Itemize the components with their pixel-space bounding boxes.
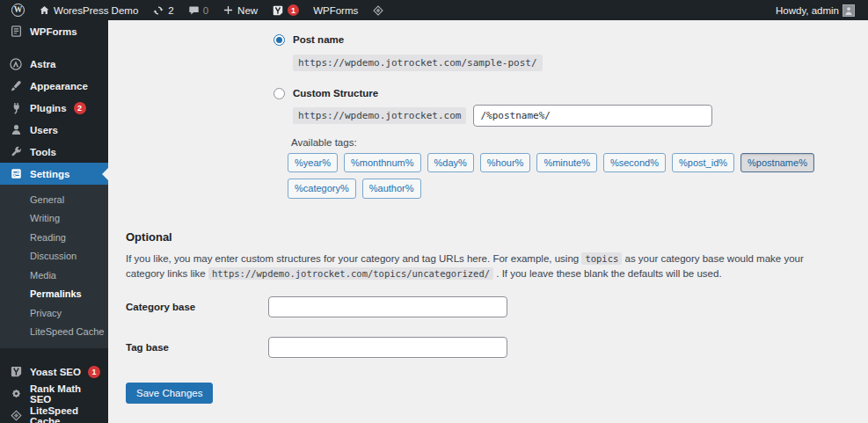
sidebar-item-plugins[interactable]: Plugins2 (0, 97, 108, 119)
tag-button-monthnum[interactable]: %monthnum% (344, 153, 421, 172)
submenu-item-general[interactable]: General (0, 190, 108, 209)
submenu-item-reading[interactable]: Reading (0, 228, 108, 247)
post-name-radio[interactable] (274, 34, 285, 46)
my-account-menu[interactable]: Howdy, admin (771, 0, 859, 20)
wpforms-label: WPForms (313, 5, 358, 16)
yoast-icon (9, 365, 23, 379)
form-icon (9, 25, 23, 39)
permalink-structure-options: Post name https://wpdemo.jotrocket.com/s… (274, 33, 868, 199)
submenu-item-privacy[interactable]: Privacy (0, 303, 108, 323)
custom-structure-input-row: https://wpdemo.jotrocket.com (293, 105, 868, 127)
tag-button-day[interactable]: %day% (427, 153, 474, 172)
submenu-item-writing[interactable]: Writing (0, 209, 108, 229)
wrench-icon (9, 145, 23, 159)
tag-button-year[interactable]: %year% (288, 153, 338, 172)
litespeed-menu[interactable] (368, 0, 389, 20)
comments-count: 0 (203, 5, 208, 16)
sidebar-item-label: LiteSpeed Cache (30, 405, 101, 423)
tag-button-hour[interactable]: %hour% (480, 153, 531, 172)
sidebar-item-label: WPForms (30, 26, 77, 37)
new-content-menu[interactable]: New (218, 0, 262, 20)
sidebar-item-label: Astra (30, 59, 55, 69)
category-base-row: Category base (126, 296, 868, 317)
home-icon (39, 4, 50, 16)
inline-code: topics (581, 252, 622, 265)
astra-icon (9, 57, 23, 71)
post-name-option[interactable]: Post name (274, 33, 868, 47)
save-changes-button[interactable]: Save Changes (126, 383, 213, 404)
sidebar-item-label: Plugins (30, 103, 67, 113)
updates-menu[interactable]: 2 (148, 0, 178, 20)
sidebar-item-tools[interactable]: Tools (0, 141, 108, 163)
available-tags-list: %year%%monthnum%%day%%hour%%minute%%seco… (288, 153, 868, 199)
description-text: If you like, you may enter custom struct… (126, 253, 581, 264)
site-name-link[interactable]: WoresPress Demo (34, 0, 142, 20)
sidebar-bottom-menu: Yoast SEO1Rank Math SEOLiteSpeed Cache (0, 361, 108, 423)
tag-base-label: Tag base (126, 342, 268, 353)
submenu-item-discussion[interactable]: Discussion (0, 247, 108, 266)
user-icon (9, 123, 23, 137)
wpforms-menu[interactable]: WPForms (309, 0, 362, 20)
wordpress-logo-icon: W (11, 4, 25, 17)
plug-icon (9, 101, 23, 115)
sidebar-item-users[interactable]: Users (0, 119, 108, 141)
sidebar-item-settings[interactable]: Settings (0, 163, 108, 185)
tag-button-category[interactable]: %category% (288, 179, 356, 198)
custom-structure-input[interactable] (473, 105, 712, 127)
sliders-icon (9, 167, 23, 181)
sidebar-item-yoast-seo[interactable]: Yoast SEO1 (0, 361, 108, 383)
plus-icon (222, 4, 234, 16)
gear-icon (9, 387, 23, 401)
custom-structure-option[interactable]: Custom Structure (274, 86, 868, 100)
tag-button-second[interactable]: %second% (603, 153, 666, 172)
comments-menu[interactable]: 0 (184, 0, 213, 20)
yoast-notification-badge: 1 (288, 4, 299, 16)
litespeed-icon (372, 4, 384, 17)
submenu-item-permalinks[interactable]: Permalinks (0, 285, 108, 304)
base-fields: Category baseTag base (126, 296, 868, 358)
tag-button-post-id[interactable]: %post_id% (672, 153, 734, 172)
tag-base-row: Tag base (126, 337, 868, 358)
tag-base-input[interactable] (268, 337, 507, 358)
optional-heading: Optional (126, 230, 868, 244)
yoast-menu[interactable]: 1 (267, 0, 303, 20)
tag-button-author[interactable]: %author% (362, 179, 421, 198)
description-text: . If you leave these blank the defaults … (493, 268, 722, 279)
post-name-example-row: https://wpdemo.jotrocket.com/sample-post… (293, 54, 868, 71)
post-name-example-url: https://wpdemo.jotrocket.com/sample-post… (293, 55, 543, 71)
sidebar-item-label: Settings (30, 169, 69, 179)
admin-bar: W WoresPress Demo 2 0 New (0, 0, 868, 20)
available-tags-label: Available tags: (291, 137, 868, 148)
notification-badge: 1 (88, 366, 100, 378)
howdy-text: Howdy, admin (776, 5, 839, 16)
sidebar-item-label: Yoast SEO (30, 367, 81, 377)
tag-button-minute[interactable]: %minute% (536, 153, 597, 172)
optional-description: If you like, you may enter custom struct… (126, 252, 834, 283)
new-label: New (237, 5, 258, 16)
sidebar-item-appearance[interactable]: Appearance (0, 75, 108, 97)
site-name: WoresPress Demo (54, 5, 138, 16)
yoast-icon (272, 4, 284, 17)
inline-code: https://wpdemo.jotrocket.com/topics/unca… (208, 267, 493, 280)
wp-logo-menu[interactable]: W (7, 0, 29, 20)
submenu-item-media[interactable]: Media (0, 266, 108, 285)
notification-badge: 2 (74, 102, 86, 114)
sidebar-item-litespeed-cache[interactable]: LiteSpeed Cache (0, 405, 108, 423)
sidebar-main-menu: WPFormsAstraAppearancePlugins2UsersTools… (0, 20, 108, 185)
sidebar-item-rank-math-seo[interactable]: Rank Math SEO (0, 383, 108, 405)
avatar (842, 4, 855, 17)
custom-structure-radio[interactable] (274, 88, 285, 99)
tag-button-postname[interactable]: %postname% (740, 153, 814, 172)
custom-structure-prefix: https://wpdemo.jotrocket.com (293, 107, 466, 124)
sidebar-item-astra[interactable]: Astra (0, 53, 108, 75)
settings-submenu: GeneralWritingReadingDiscussionMediaPerm… (0, 185, 108, 348)
submenu-item-litespeed-cache[interactable]: LiteSpeed Cache (0, 323, 108, 342)
admin-sidebar: WPFormsAstraAppearancePlugins2UsersTools… (0, 20, 108, 423)
category-base-input[interactable] (268, 296, 507, 317)
updates-icon (152, 4, 164, 17)
post-name-label: Post name (293, 34, 344, 45)
sidebar-item-label: Tools (30, 147, 56, 157)
sidebar-item-wpforms[interactable]: WPForms (0, 20, 108, 42)
diamond-icon (9, 409, 23, 423)
sidebar-item-label: Users (30, 125, 58, 135)
